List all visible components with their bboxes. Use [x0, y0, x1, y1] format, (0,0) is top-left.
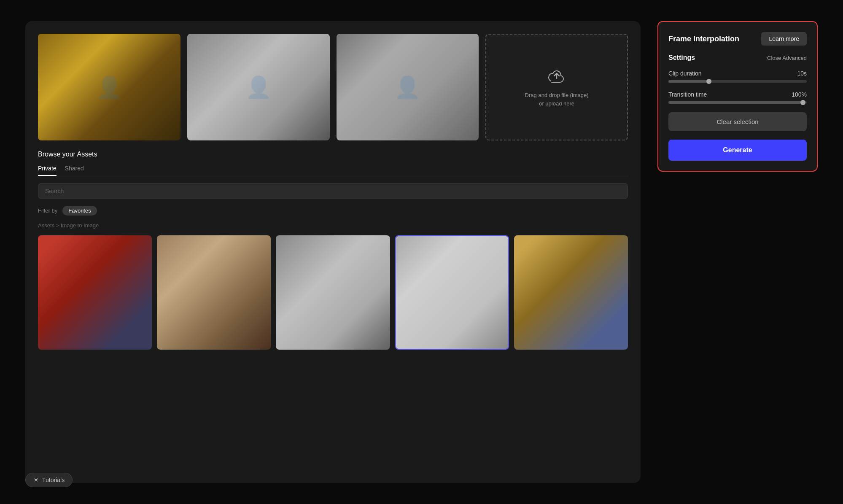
upload-text: Drag and drop file (image) or upload her… — [525, 91, 589, 108]
left-panel: 👤 👤 👤 — [25, 21, 641, 483]
clip-duration-group: Clip duration 10s — [668, 70, 807, 83]
tutorials-icon: ☀ — [33, 477, 39, 483]
transition-time-row: Transition time 100% — [668, 91, 807, 98]
assets-title: Browse your Assets — [38, 151, 628, 158]
tutorials-button[interactable]: ☀ Tutorials — [25, 473, 73, 487]
clip-duration-value: 10s — [797, 70, 807, 77]
filter-tag[interactable]: Favorites — [62, 206, 97, 216]
settings-card: Frame Interpolation Learn more Settings … — [657, 21, 818, 172]
asset-3[interactable] — [276, 235, 390, 349]
upload-icon — [547, 67, 566, 88]
breadcrumb: Assets > Image to Image — [38, 222, 628, 229]
filter-row: Filter by Favorites — [38, 206, 628, 216]
transition-time-group: Transition time 100% — [668, 91, 807, 104]
image-slot-2[interactable]: 👤 — [187, 34, 330, 140]
close-advanced-button[interactable]: Close Advanced — [767, 55, 807, 61]
image-slot-1[interactable]: 👤 — [38, 34, 180, 140]
clip-duration-fill — [668, 80, 710, 83]
transition-time-thumb[interactable] — [800, 100, 805, 105]
assets-section: Browse your Assets Private Shared Filter… — [38, 151, 628, 349]
asset-1[interactable] — [38, 235, 152, 349]
clip-duration-label: Clip duration — [668, 70, 702, 77]
learn-more-button[interactable]: Learn more — [761, 32, 807, 46]
transition-time-label: Transition time — [668, 91, 707, 98]
upload-slot[interactable]: Drag and drop file (image) or upload her… — [485, 34, 628, 140]
search-input[interactable] — [38, 183, 628, 199]
filter-label: Filter by — [38, 208, 57, 214]
transition-time-value: 100% — [792, 91, 807, 98]
settings-header: Settings Close Advanced — [668, 54, 807, 62]
transition-time-fill — [668, 101, 804, 104]
right-panel: Frame Interpolation Learn more Settings … — [657, 21, 818, 483]
top-image-grid: 👤 👤 👤 — [38, 34, 628, 140]
asset-2[interactable] — [157, 235, 271, 349]
image-slot-3[interactable]: 👤 — [337, 34, 479, 140]
generate-button[interactable]: Generate — [668, 140, 807, 161]
card-title: Frame Interpolation — [668, 35, 739, 43]
asset-5[interactable] — [514, 235, 628, 349]
tabs: Private Shared — [38, 165, 628, 176]
clear-selection-button[interactable]: Clear selection — [668, 112, 807, 131]
tab-shared[interactable]: Shared — [65, 165, 84, 176]
card-header: Frame Interpolation Learn more — [668, 32, 807, 46]
transition-time-track[interactable] — [668, 101, 807, 104]
clip-duration-track[interactable] — [668, 80, 807, 83]
settings-label: Settings — [668, 54, 695, 62]
tab-private[interactable]: Private — [38, 165, 57, 176]
asset-grid — [38, 235, 628, 349]
clip-duration-row: Clip duration 10s — [668, 70, 807, 77]
clip-duration-thumb[interactable] — [706, 79, 711, 84]
tutorials-label: Tutorials — [42, 477, 65, 483]
asset-4[interactable] — [395, 235, 509, 349]
